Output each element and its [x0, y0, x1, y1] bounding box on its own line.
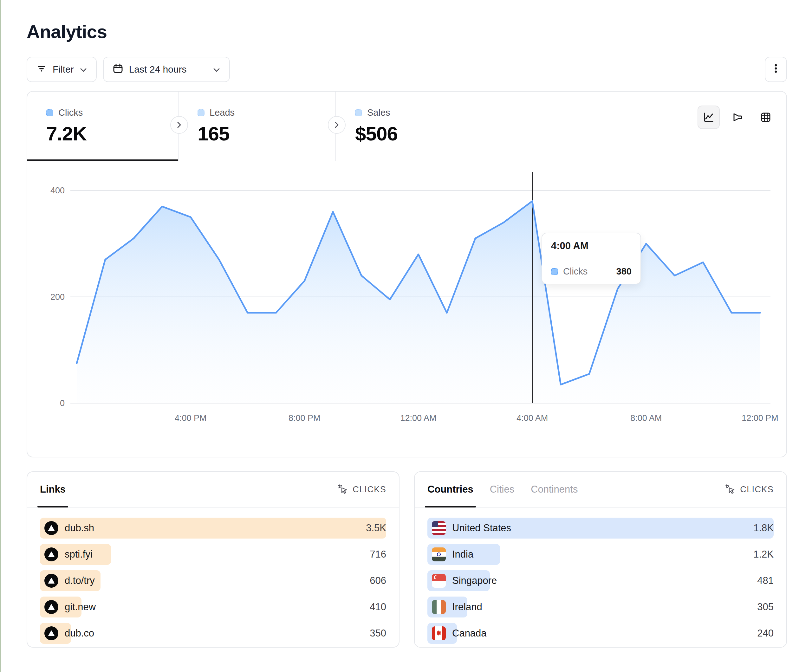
analytics-page: Analytics Filter	[0, 0, 812, 648]
link-clicks-value: 350	[370, 628, 386, 639]
country-label: Ireland	[452, 601, 482, 613]
metric-tabs: Clicks 7.2K Leads 165 Sales $506	[27, 92, 786, 161]
chart-view-mode-group	[698, 106, 777, 129]
flag-us-icon	[432, 521, 446, 535]
country-row[interactable]: Singapore 481	[427, 570, 774, 591]
line-chart-view-button[interactable]	[698, 106, 720, 129]
line-chart-icon	[703, 111, 715, 123]
dub-logo-icon	[44, 626, 58, 640]
links-metric-header[interactable]: CLICKS	[338, 484, 386, 495]
x-axis-tick-label: 12:00 AM	[400, 413, 436, 423]
page-title: Analytics	[27, 21, 787, 42]
country-label: India	[452, 549, 473, 560]
links-list: dub.sh 3.5K spti.fyi 716 d	[27, 508, 399, 644]
country-clicks-value: 481	[757, 575, 774, 587]
x-axis-tick-label: 8:00 PM	[288, 413, 321, 423]
country-row[interactable]: India 1.2K	[427, 544, 774, 565]
y-axis-tick-label: 0	[60, 399, 65, 408]
chevron-right-icon	[334, 121, 340, 129]
more-options-button[interactable]	[765, 57, 787, 82]
tab-continents[interactable]: Continents	[531, 472, 578, 507]
tab-clicks[interactable]: Clicks 7.2K	[27, 92, 179, 161]
link-row[interactable]: dub.sh 3.5K	[40, 518, 386, 539]
link-row[interactable]: dub.co 350	[40, 623, 386, 644]
y-axis-tick-label: 400	[50, 186, 65, 195]
link-clicks-value: 410	[370, 601, 386, 613]
country-clicks-value: 305	[757, 601, 774, 613]
link-clicks-value: 716	[370, 549, 386, 560]
country-clicks-value: 1.8K	[753, 522, 774, 534]
date-range-button[interactable]: Last 24 hours	[103, 57, 230, 82]
country-row[interactable]: Canada 240	[427, 623, 774, 644]
link-label: d.to/try	[65, 575, 95, 587]
country-clicks-value: 240	[757, 628, 774, 639]
country-label: Singapore	[452, 575, 497, 587]
x-axis-tick-label: 12:00 PM	[742, 413, 778, 423]
link-label: dub.co	[65, 628, 94, 639]
filter-button-label: Filter	[53, 64, 74, 75]
screen-left-edge	[0, 0, 1, 672]
kebab-menu-icon	[769, 62, 783, 77]
link-row[interactable]: git.new 410	[40, 597, 386, 617]
metric-value: 7.2K	[46, 122, 178, 145]
date-range-label: Last 24 hours	[129, 64, 187, 75]
tab-countries[interactable]: Countries	[427, 472, 473, 507]
x-axis-tick-label: 4:00 PM	[175, 413, 207, 423]
country-clicks-value: 1.2K	[753, 549, 774, 560]
links-metric-header-label: CLICKS	[353, 484, 386, 495]
countries-metric-header-label: CLICKS	[740, 484, 774, 495]
x-axis-tick-label: 8:00 AM	[630, 413, 662, 423]
link-clicks-value: 606	[370, 575, 386, 587]
country-row[interactable]: United States 1.8K	[427, 518, 774, 539]
funnel-view-button[interactable]	[726, 106, 748, 129]
funnel-icon	[731, 111, 743, 123]
x-axis-tick-label: 4:00 AM	[517, 413, 548, 423]
tab-cities[interactable]: Cities	[490, 472, 515, 507]
analytics-card: Clicks 7.2K Leads 165 Sales $506	[27, 91, 787, 457]
link-label: dub.sh	[65, 522, 94, 534]
metric-label: Leads	[210, 107, 235, 118]
tooltip-series-label: Clicks	[563, 266, 587, 277]
metric-value: 165	[198, 122, 336, 145]
tab-continents-label: Continents	[531, 484, 578, 495]
country-label: United States	[452, 522, 511, 534]
metric-label: Sales	[367, 107, 390, 118]
clicks-chart-area: 02004004:00 PM8:00 PM12:00 AM4:00 AM8:00…	[27, 161, 786, 457]
chevron-right-icon	[176, 121, 182, 129]
grid-table-icon	[760, 111, 772, 123]
filter-button[interactable]: Filter	[27, 57, 97, 82]
tab-leads[interactable]: Leads 165	[179, 92, 336, 161]
cursor-click-icon	[725, 484, 735, 495]
tooltip-value: 380	[616, 266, 631, 277]
country-label: Canada	[452, 628, 487, 639]
clicks-area-fill	[77, 201, 760, 404]
tab-countries-label: Countries	[427, 484, 473, 495]
countries-card: Countries Cities Continents CLICKS	[414, 471, 787, 648]
country-row[interactable]: Ireland 305	[427, 597, 774, 617]
tooltip-time: 4:00 AM	[542, 233, 640, 259]
clicks-chart[interactable]: 02004004:00 PM8:00 PM12:00 AM4:00 AM8:00…	[27, 161, 786, 457]
link-row[interactable]: d.to/try 606	[40, 570, 386, 591]
table-view-button[interactable]	[755, 106, 777, 129]
cursor-click-icon	[338, 484, 348, 495]
calendar-icon	[113, 63, 123, 76]
link-label: git.new	[65, 601, 96, 613]
chevron-down-icon	[213, 64, 220, 75]
toolbar: Filter Last 24 hours	[27, 57, 787, 82]
expand-clicks-step-button[interactable]	[170, 116, 188, 134]
links-card: Links CLICKS dub.sh 3.5	[27, 471, 399, 648]
countries-metric-header[interactable]: CLICKS	[725, 484, 774, 495]
dub-logo-icon	[44, 574, 58, 588]
clicks-series-chip-icon	[551, 268, 558, 275]
chevron-down-icon	[80, 64, 87, 75]
link-row[interactable]: spti.fyi 716	[40, 544, 386, 565]
sales-series-chip-icon	[355, 109, 362, 116]
expand-leads-step-button[interactable]	[328, 116, 346, 134]
breakdown-cards: Links CLICKS dub.sh 3.5	[27, 471, 787, 648]
tab-links-label: Links	[40, 484, 66, 495]
link-clicks-value: 3.5K	[366, 522, 386, 534]
tab-links[interactable]: Links	[40, 472, 66, 507]
filter-icon	[36, 63, 47, 76]
metric-label: Clicks	[58, 107, 83, 118]
leads-series-chip-icon	[198, 109, 205, 116]
